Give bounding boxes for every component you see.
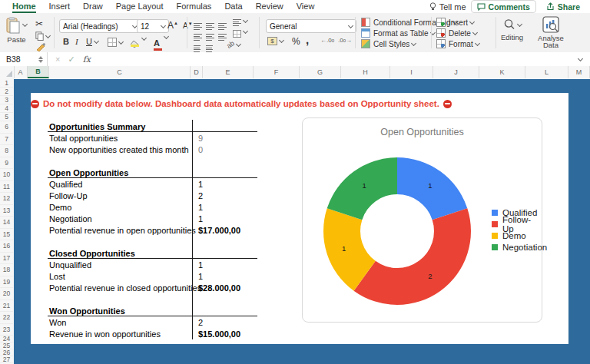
- comma-button[interactable]: ,: [306, 33, 309, 46]
- number-format-select[interactable]: General: [266, 19, 356, 33]
- font-size-select[interactable]: 12: [137, 19, 169, 33]
- increase-decimal-button[interactable]: ←.00: [320, 37, 334, 44]
- editing-button[interactable]: Editing: [501, 18, 523, 41]
- orientation-button[interactable]: ab: [227, 41, 240, 48]
- merge-button[interactable]: [233, 30, 247, 38]
- cancel-entry-icon[interactable]: ×: [55, 55, 60, 64]
- legend-item-negotiation[interactable]: Negotiation: [492, 242, 547, 252]
- row-header-2[interactable]: 2: [0, 88, 13, 96]
- row-header-12[interactable]: 12: [0, 193, 13, 205]
- tab-formulas[interactable]: Formulas: [177, 1, 212, 13]
- accounting-format-button[interactable]: $: [267, 37, 283, 45]
- row-header-8[interactable]: 8: [0, 145, 13, 157]
- tab-home[interactable]: Home: [12, 1, 36, 13]
- tell-me[interactable]: Tell me: [429, 2, 466, 12]
- row-header-6[interactable]: 6: [0, 121, 13, 134]
- name-box[interactable]: B38: [0, 52, 48, 66]
- comments-button[interactable]: Comments: [471, 0, 536, 13]
- legend-item-follow-up[interactable]: Follow-Up: [492, 219, 542, 229]
- row-header-19[interactable]: 19: [0, 276, 13, 289]
- column-header-J[interactable]: J: [433, 66, 479, 78]
- borders-button[interactable]: [108, 38, 123, 47]
- percent-button[interactable]: %: [292, 36, 300, 47]
- column-header-A[interactable]: A: [14, 66, 28, 78]
- row-header-13[interactable]: 13: [0, 205, 13, 217]
- name-box-stepper[interactable]: [38, 56, 43, 63]
- font-color-button[interactable]: A: [154, 35, 168, 49]
- share-button[interactable]: Share: [541, 1, 585, 12]
- chart-panel[interactable]: Open Opportunities 1211 QualifiedFollow-…: [302, 117, 542, 323]
- row-header-5[interactable]: 5: [0, 113, 13, 121]
- cells-area[interactable]: Do not modify data below. Dashboard data…: [14, 79, 590, 364]
- italic-button[interactable]: I: [75, 37, 78, 46]
- legend-item-demo[interactable]: Demo: [492, 230, 526, 240]
- tab-data[interactable]: Data: [224, 1, 242, 13]
- increase-font-button[interactable]: A▲: [167, 20, 178, 31]
- confirm-entry-icon[interactable]: ✓: [68, 55, 75, 65]
- format-as-table-button[interactable]: Format as Table: [361, 28, 435, 38]
- paste-icon: [6, 17, 20, 34]
- column-header-K[interactable]: K: [479, 66, 525, 78]
- paste-button[interactable]: Paste: [6, 17, 27, 44]
- column-header-G[interactable]: G: [300, 66, 341, 78]
- row-header-15[interactable]: 15: [0, 229, 13, 241]
- decrease-font-button[interactable]: A▼: [183, 22, 193, 30]
- tab-page-layout[interactable]: Page Layout: [116, 1, 164, 13]
- row-header-23[interactable]: 23: [0, 324, 13, 336]
- cell-styles-button[interactable]: Cell Styles: [361, 39, 416, 48]
- row-header-3[interactable]: 3: [0, 96, 13, 104]
- decrease-decimal-button[interactable]: .00→: [338, 37, 352, 44]
- column-header-E[interactable]: E: [203, 66, 254, 78]
- column-header-I[interactable]: I: [390, 66, 433, 78]
- copy-button[interactable]: [35, 31, 50, 41]
- row-header-17[interactable]: 17: [0, 253, 13, 265]
- donut-slice-qualified[interactable]: [397, 157, 467, 220]
- font-name-select[interactable]: Arial (Headings): [59, 19, 141, 33]
- cut-icon[interactable]: ✂: [35, 18, 43, 29]
- tab-review[interactable]: Review: [256, 1, 283, 13]
- format-painter-icon[interactable]: [36, 42, 46, 51]
- row-header-20[interactable]: 20: [0, 288, 13, 300]
- insert-function-icon[interactable]: fx: [83, 55, 91, 65]
- row-header-14[interactable]: 14: [0, 217, 13, 229]
- row-header-11[interactable]: 11: [0, 181, 13, 194]
- paste-chevron-icon[interactable]: [22, 22, 28, 27]
- row-header-4[interactable]: 4: [0, 104, 13, 113]
- column-header-D[interactable]: D: [191, 66, 203, 78]
- insert-cells-button[interactable]: Insert: [436, 18, 474, 27]
- row-header-9[interactable]: 9: [0, 157, 13, 170]
- column-header-C[interactable]: C: [49, 66, 191, 78]
- row-header-1[interactable]: 1: [0, 79, 13, 88]
- row-header-21[interactable]: 21: [0, 300, 13, 313]
- formula-bar-collapse-icon[interactable]: [578, 55, 583, 61]
- wrap-text-button[interactable]: [233, 19, 247, 26]
- delete-cells-button[interactable]: Delete: [436, 28, 477, 38]
- row-header-18[interactable]: 18: [0, 264, 13, 276]
- analyse-data-button[interactable]: Analyse Data: [533, 16, 568, 48]
- tab-draw[interactable]: Draw: [83, 1, 103, 13]
- row-header-16[interactable]: 16: [0, 240, 13, 253]
- donut-slice-follow-up[interactable]: [354, 208, 471, 305]
- format-cells-button[interactable]: Format: [436, 39, 479, 48]
- select-all-corner[interactable]: [0, 66, 15, 78]
- column-header-F[interactable]: F: [254, 66, 300, 78]
- tab-insert[interactable]: Insert: [49, 1, 71, 13]
- fill-color-button[interactable]: [131, 37, 146, 46]
- row-header-10[interactable]: 10: [0, 169, 13, 181]
- bold-button[interactable]: B: [63, 37, 69, 46]
- metric-value: 1: [198, 178, 203, 190]
- row-header-7[interactable]: 7: [0, 134, 13, 146]
- align-right-icon[interactable]: [218, 30, 227, 44]
- column-header-L[interactable]: L: [525, 66, 568, 78]
- metric-label: Unqualified: [49, 259, 91, 270]
- number-format-value: General: [270, 22, 297, 31]
- column-header-H[interactable]: H: [341, 66, 390, 78]
- row-header-22[interactable]: 22: [0, 312, 13, 324]
- tab-view[interactable]: View: [297, 1, 315, 13]
- column-header-B[interactable]: B: [28, 66, 49, 78]
- copy-chevron-icon[interactable]: [45, 32, 51, 38]
- column-header-M[interactable]: M: [568, 66, 590, 78]
- underline-button[interactable]: U: [86, 37, 98, 46]
- metric-value: 1: [198, 259, 203, 270]
- borders-chevron-icon: [118, 38, 124, 44]
